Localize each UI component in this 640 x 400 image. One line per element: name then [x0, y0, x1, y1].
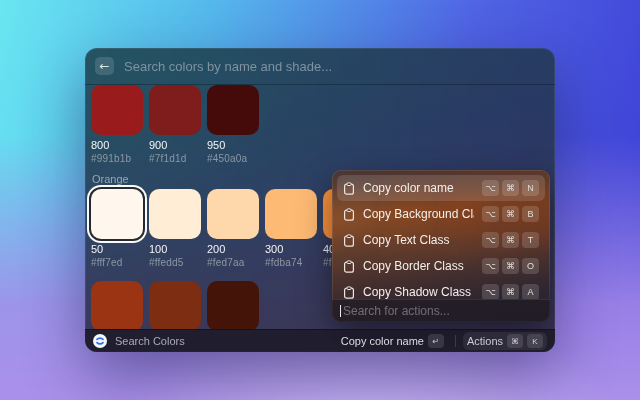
shade-number: 100 — [149, 243, 201, 256]
menu-item-label: Copy Text Class — [363, 233, 474, 247]
shade-hex: #fdba74 — [265, 257, 317, 269]
command-key: ⌘ — [502, 206, 519, 222]
shade-hex: #fff7ed — [91, 257, 143, 269]
color-swatch[interactable] — [91, 85, 143, 135]
color-cell[interactable]: 800 #9a3412 — [91, 281, 143, 329]
actions-button-label: Actions — [467, 335, 503, 347]
footer-bar: Search Colors Copy color name ↵ Actions … — [85, 329, 555, 352]
color-swatch[interactable] — [207, 85, 259, 135]
letter-key: B — [522, 206, 539, 222]
shade-hex: #ffedd5 — [149, 257, 201, 269]
clipboard-icon — [343, 182, 355, 195]
app-name: Search Colors — [115, 335, 185, 347]
menu-item-label: Copy Border Class — [363, 259, 474, 273]
search-input[interactable] — [124, 59, 545, 74]
primary-action-label: Copy color name — [341, 335, 424, 347]
option-key: ⌥ — [482, 232, 499, 248]
shade-hex: #fed7aa — [207, 257, 259, 269]
color-cell[interactable]: 50 #fff7ed — [91, 189, 143, 269]
shade-number: 800 — [91, 139, 143, 152]
color-swatch[interactable] — [149, 189, 201, 239]
menu-item-label: Copy Shadow Class — [363, 285, 474, 299]
menu-item-copy-text-class[interactable]: Copy Text Class ⌥ ⌘ T — [337, 227, 545, 253]
color-cell[interactable]: 100 #ffedd5 — [149, 189, 201, 269]
app-logo-icon — [93, 334, 107, 348]
menu-item-label: Copy Background Class — [363, 207, 474, 221]
shortcut-keys: ⌥ ⌘ B — [482, 206, 539, 222]
command-key: ⌘ — [502, 258, 519, 274]
color-swatch[interactable] — [207, 281, 259, 329]
shade-number: 950 — [207, 139, 259, 152]
shade-number: 50 — [91, 243, 143, 256]
color-swatch[interactable] — [91, 281, 143, 329]
letter-key: T — [522, 232, 539, 248]
color-swatch-selected[interactable] — [91, 189, 143, 239]
red-swatch-row: 800 #991b1b 900 #7f1d1d 950 #450a0a — [91, 85, 549, 165]
option-key: ⌥ — [482, 284, 499, 299]
option-key: ⌥ — [482, 206, 499, 222]
shade-hex: #450a0a — [207, 153, 259, 165]
option-key: ⌥ — [482, 258, 499, 274]
shortcut-keys: ⌥ ⌘ N — [482, 180, 539, 196]
command-key: ⌘ — [502, 180, 519, 196]
menu-item-copy-border-class[interactable]: Copy Border Class ⌥ ⌘ O — [337, 253, 545, 279]
actions-menu-button[interactable]: Actions ⌘ K — [463, 332, 547, 350]
clipboard-icon — [343, 234, 355, 247]
color-cell[interactable]: 950 #450a0a — [207, 85, 259, 165]
actions-search-field[interactable]: Search for actions... — [332, 299, 550, 322]
letter-key: A — [522, 284, 539, 299]
option-key: ⌥ — [482, 180, 499, 196]
color-cell[interactable]: 900 #7c2d12 — [149, 281, 201, 329]
shade-number: 300 — [265, 243, 317, 256]
enter-key-icon: ↵ — [428, 334, 444, 348]
color-cell[interactable]: 300 #fdba74 — [265, 189, 317, 269]
clipboard-icon — [343, 286, 355, 299]
letter-key: O — [522, 258, 539, 274]
color-cell[interactable]: 950 #431407 — [207, 281, 259, 329]
shortcut-keys: ⌥ ⌘ T — [482, 232, 539, 248]
actions-menu-list: Copy color name ⌥ ⌘ N Copy Background Cl… — [332, 170, 550, 299]
command-key: ⌘ — [502, 232, 519, 248]
color-cell[interactable]: 200 #fed7aa — [207, 189, 259, 269]
actions-search-placeholder: Search for actions... — [343, 304, 450, 318]
footer-actions: Copy color name ↵ Actions ⌘ K — [337, 332, 547, 350]
shortcut-keys: ⌥ ⌘ A — [482, 284, 539, 299]
color-swatch[interactable] — [149, 281, 201, 329]
footer-divider — [455, 335, 456, 347]
color-swatch[interactable] — [265, 189, 317, 239]
shade-number: 200 — [207, 243, 259, 256]
shortcut-keys: ⌥ ⌘ O — [482, 258, 539, 274]
shade-hex: #7f1d1d — [149, 153, 201, 165]
menu-item-label: Copy color name — [363, 181, 474, 195]
text-caret — [340, 305, 341, 317]
color-cell[interactable]: 800 #991b1b — [91, 85, 143, 165]
actions-menu: Copy color name ⌥ ⌘ N Copy Background Cl… — [332, 170, 550, 322]
menu-item-copy-shadow-class[interactable]: Copy Shadow Class ⌥ ⌘ A — [337, 279, 545, 299]
back-button[interactable]: ← — [95, 57, 114, 75]
color-cell[interactable]: 900 #7f1d1d — [149, 85, 201, 165]
shade-hex: #991b1b — [91, 153, 143, 165]
search-colors-window: ← 800 #991b1b 900 #7f1d1d 950 #450a0a Or… — [85, 48, 555, 352]
menu-item-copy-background-class[interactable]: Copy Background Class ⌥ ⌘ B — [337, 201, 545, 227]
shade-number: 900 — [149, 139, 201, 152]
color-swatch[interactable] — [207, 189, 259, 239]
search-bar: ← — [85, 48, 555, 84]
k-key: K — [527, 334, 543, 348]
clipboard-icon — [343, 260, 355, 273]
menu-item-copy-color-name[interactable]: Copy color name ⌥ ⌘ N — [337, 175, 545, 201]
color-swatch[interactable] — [149, 85, 201, 135]
primary-action-button[interactable]: Copy color name ↵ — [337, 332, 448, 350]
letter-key: N — [522, 180, 539, 196]
clipboard-icon — [343, 208, 355, 221]
command-key: ⌘ — [507, 334, 523, 348]
command-key: ⌘ — [502, 284, 519, 299]
